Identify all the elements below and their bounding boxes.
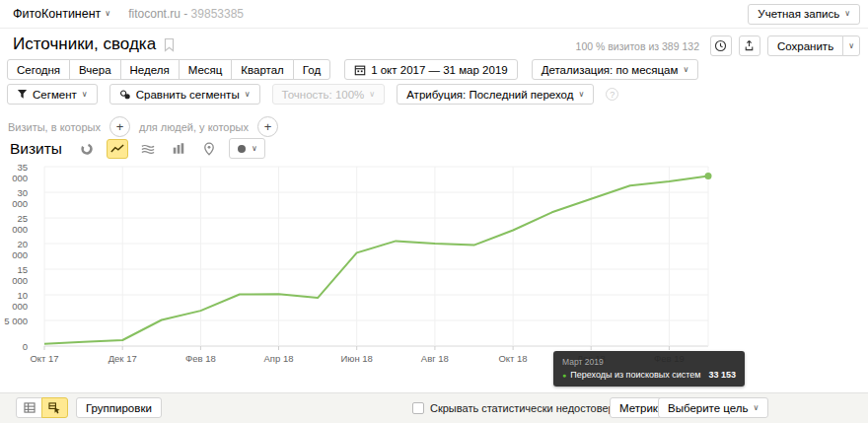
accuracy-label: Точность: 100% bbox=[282, 89, 365, 101]
segment-button-label: Сегмент bbox=[33, 89, 77, 101]
add-people-condition-button[interactable]: + bbox=[257, 116, 278, 137]
table-view-toggle-group bbox=[16, 397, 68, 418]
preset-year[interactable]: Год bbox=[293, 59, 330, 80]
save-button-label: Сохранить bbox=[777, 40, 833, 52]
preset-quarter[interactable]: Квартал bbox=[231, 59, 293, 80]
chevron-down-icon: ∨ bbox=[848, 42, 854, 50]
save-dropdown-button[interactable]: ∨ bbox=[842, 35, 860, 56]
preset-today[interactable]: Сегодня bbox=[7, 59, 70, 80]
chart-title: Визиты bbox=[10, 140, 62, 158]
date-range-button[interactable]: 1 окт 2017 — 31 мар 2019 bbox=[344, 59, 518, 80]
chevron-down-icon: ∨ bbox=[82, 91, 88, 99]
report-header: Источники, сводка bbox=[13, 35, 176, 54]
chevron-down-icon: ∨ bbox=[683, 66, 688, 74]
metrica-report-page: ФитоКонтинент ∨ fitocont.ru - 39853385 У… bbox=[0, 0, 868, 423]
chevron-down-icon: ∨ bbox=[369, 91, 375, 99]
detail-level-button[interactable]: Детализация: по месяцам ∨ bbox=[532, 59, 699, 80]
groupings-button[interactable]: Группировки bbox=[76, 397, 162, 418]
map-pin-icon bbox=[203, 142, 215, 156]
choose-goal-button[interactable]: Выберите цель ∨ bbox=[658, 397, 768, 418]
add-visit-condition-button[interactable]: + bbox=[109, 116, 130, 137]
y-axis-label: 15 000 bbox=[0, 264, 28, 286]
chart-type-pie-button[interactable] bbox=[76, 139, 98, 159]
accuracy-button[interactable]: Точность: 100% ∨ bbox=[272, 84, 386, 105]
metric-dot-icon bbox=[237, 144, 247, 154]
drilldown-view-button[interactable] bbox=[41, 397, 68, 418]
chart-type-stacked-button[interactable] bbox=[137, 139, 159, 159]
x-axis-label: Апр 18 bbox=[250, 353, 309, 364]
preset-month[interactable]: Месяц bbox=[179, 59, 233, 80]
chart-type-columns-button[interactable] bbox=[168, 139, 189, 159]
y-axis-label: 5 000 bbox=[0, 316, 28, 326]
detail-level-label: Детализация: по месяцам bbox=[542, 64, 679, 76]
y-axis-label: 10 000 bbox=[0, 290, 28, 312]
people-filter-label: для людей, у которых bbox=[139, 121, 249, 133]
chart-tooltip: Март 2019 ● Переходы из поисковых систем… bbox=[553, 351, 745, 387]
visits-summary: 100 % визитов из 389 132 bbox=[576, 40, 699, 52]
chevron-down-icon: ∨ bbox=[578, 91, 584, 99]
attribution-button[interactable]: Атрибуция: Последний переход ∨ bbox=[397, 84, 594, 105]
segment-button[interactable]: Сегмент ∨ bbox=[7, 84, 98, 105]
columns-chart-icon bbox=[172, 142, 185, 155]
chevron-down-icon: ∨ bbox=[754, 404, 760, 412]
choose-goal-label: Выберите цель bbox=[668, 402, 749, 414]
chart-canvas[interactable] bbox=[0, 163, 868, 370]
preset-yesterday[interactable]: Вчера bbox=[69, 59, 120, 80]
attribution-label: Атрибуция: Последний переход bbox=[406, 89, 573, 101]
counter-name-label: ФитоКонтинент bbox=[13, 7, 101, 21]
counter-separator: - bbox=[183, 7, 187, 21]
hide-unreliable-checkbox[interactable] bbox=[412, 402, 424, 414]
top-bar: ФитоКонтинент ∨ fitocont.ru - 39853385 У… bbox=[0, 0, 868, 29]
compare-segments-button[interactable]: Сравнить сегменты ∨ bbox=[109, 84, 260, 105]
chart-area: Март 2019 ● Переходы из поисковых систем… bbox=[0, 163, 868, 370]
period-preset-group: Сегодня Вчера Неделя Месяц Квартал Год bbox=[7, 59, 330, 80]
header-actions: 100 % визитов из 389 132 Сохранить ∨ bbox=[576, 35, 860, 56]
chevron-down-icon: ∨ bbox=[252, 145, 257, 153]
counter-meta: fitocont.ru - 39853385 bbox=[128, 7, 244, 21]
tooltip-date: Март 2019 bbox=[562, 357, 736, 367]
clock-icon bbox=[714, 39, 727, 52]
chart-type-map-button[interactable] bbox=[198, 139, 220, 159]
line-chart-icon bbox=[110, 143, 124, 155]
counter-id: 39853385 bbox=[191, 7, 244, 21]
bookmark-icon[interactable] bbox=[163, 37, 176, 52]
x-axis-label: Июн 18 bbox=[327, 353, 387, 364]
groupings-label: Группировки bbox=[86, 402, 152, 414]
table-view-button[interactable] bbox=[16, 397, 42, 418]
x-axis-label: Окт 17 bbox=[15, 353, 74, 364]
export-button[interactable] bbox=[739, 35, 760, 56]
bottom-bar: Группировки Скрывать статистически недос… bbox=[0, 392, 868, 423]
compare-segments-label: Сравнить сегменты bbox=[136, 89, 240, 101]
x-axis-label: Авг 18 bbox=[405, 353, 465, 364]
tooltip-series-label: Переходы из поисковых систем bbox=[570, 370, 700, 380]
funnel-icon bbox=[17, 89, 28, 100]
y-axis-label: 25 000 bbox=[0, 213, 28, 235]
attribution-help-icon[interactable]: ? bbox=[606, 88, 618, 101]
counter-switcher[interactable]: ФитоКонтинент ∨ bbox=[13, 7, 110, 21]
compare-segments-icon bbox=[119, 89, 131, 101]
preset-week[interactable]: Неделя bbox=[120, 59, 180, 80]
counter-domain: fitocont.ru bbox=[128, 7, 181, 21]
chart-metric-dropdown[interactable]: ∨ bbox=[229, 138, 265, 159]
x-axis-label: Окт 18 bbox=[483, 353, 542, 364]
plus-icon: + bbox=[116, 119, 124, 134]
tooltip-value: 33 153 bbox=[709, 370, 737, 380]
series-bullet-icon: ● bbox=[562, 372, 566, 379]
chevron-down-icon: ∨ bbox=[844, 10, 850, 18]
visits-filter-label: Визиты, в которых bbox=[8, 121, 101, 133]
stacked-lines-icon bbox=[141, 143, 155, 155]
chevron-down-icon: ∨ bbox=[105, 10, 110, 18]
chart-type-line-button[interactable] bbox=[107, 139, 128, 159]
x-axis-label: Дек 17 bbox=[93, 353, 152, 364]
table-icon bbox=[24, 402, 36, 413]
y-axis-label: 35 000 bbox=[0, 162, 28, 183]
y-axis-label: 20 000 bbox=[0, 239, 28, 260]
pivot-cursor-icon bbox=[48, 402, 61, 414]
account-button-label: Учетная запись bbox=[758, 8, 839, 20]
x-axis-label: Фев 18 bbox=[171, 353, 230, 364]
schedule-button[interactable] bbox=[710, 35, 732, 56]
account-button[interactable]: Учетная запись ∨ bbox=[748, 4, 860, 25]
export-icon bbox=[743, 39, 756, 52]
save-button[interactable]: Сохранить bbox=[767, 35, 843, 56]
segment-bar: Сегмент ∨ Сравнить сегменты ∨ Точность: … bbox=[7, 84, 618, 105]
